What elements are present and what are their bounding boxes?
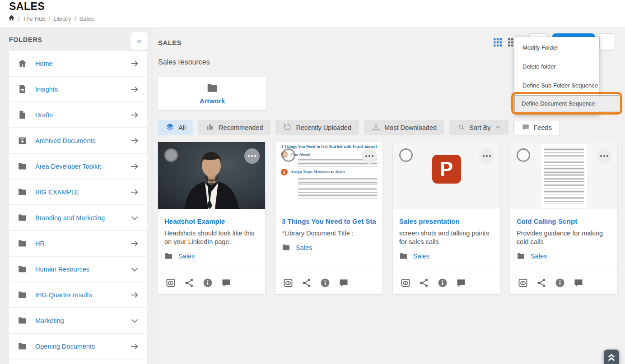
filter-all[interactable]: All	[158, 120, 193, 135]
sidebar-item-human-resources[interactable]: Human Resources	[9, 257, 147, 281]
share-icon[interactable]	[184, 277, 195, 288]
folder-options-button[interactable]	[599, 33, 615, 51]
sidebar-item-big-example[interactable]: BIG EXAMPLE	[9, 180, 147, 204]
document-folder-link[interactable]: Sales	[282, 243, 376, 252]
comment-icon[interactable]	[338, 277, 349, 288]
sidebar-item-hr[interactable]: HR	[9, 231, 147, 256]
sidebar-item-branding-and-marketing[interactable]: Branding and Marketing	[9, 205, 147, 230]
sidebar-collapse-button[interactable]: «	[130, 32, 148, 51]
folder-link-label: Sales	[296, 244, 312, 251]
arrow-right-icon	[130, 59, 140, 69]
comment-icon[interactable]	[456, 277, 466, 288]
sidebar-item-label: Area Developer Toolkit	[35, 163, 130, 170]
double-chevron-up-icon	[606, 351, 616, 363]
sort-arrows-icon	[457, 123, 465, 133]
download-icon	[372, 123, 380, 133]
info-icon[interactable]	[202, 277, 213, 288]
sidebar-item-label: HR	[35, 240, 130, 247]
document-card-3-things: 3 Things You Need to Get Started with Fr…	[275, 142, 382, 294]
sidebar-item-label: Insights	[35, 86, 130, 93]
filter-recommended[interactable]: Recommended	[198, 120, 271, 135]
grid-view-icon[interactable]	[494, 38, 502, 46]
breadcrumb-sales: Sales	[79, 15, 94, 22]
breadcrumb-separator: /	[18, 15, 20, 22]
feed-icon	[522, 123, 530, 133]
comment-icon[interactable]	[221, 277, 232, 288]
subfolder-card-artwork[interactable]: Artwork	[158, 77, 266, 110]
document-folder-link[interactable]: Sales	[399, 252, 494, 260]
powerpoint-icon: P	[432, 155, 461, 184]
share-icon[interactable]	[419, 277, 429, 288]
document-title-link[interactable]: 3 Things You Need to Get Started ...	[282, 217, 376, 225]
folder-icon	[206, 82, 218, 94]
preview-icon[interactable]	[165, 277, 176, 288]
sidebar-item-label: BIG EXAMPLE	[35, 189, 130, 196]
breadcrumb-library[interactable]: Library	[53, 15, 71, 22]
home-icon[interactable]	[8, 14, 15, 23]
scroll-to-top-button[interactable]	[604, 350, 619, 364]
card-ellipsis-menu-button[interactable]	[479, 148, 494, 164]
filter-feeds[interactable]: Feeds	[513, 120, 560, 135]
chevron-down-icon	[130, 316, 140, 326]
menu-item-define-document-sequence-highlighted[interactable]: Define Document Sequence	[514, 95, 619, 111]
card-body: Sales presentation screen shots and talk…	[393, 209, 500, 260]
info-icon[interactable]	[320, 277, 331, 288]
arrow-right-icon	[130, 84, 140, 94]
filter-recently-uploaded[interactable]: Recently Uploaded	[275, 120, 359, 135]
arrow-right-icon	[130, 187, 140, 197]
folder-icon	[18, 161, 27, 171]
card-ellipsis-menu-button[interactable]	[244, 148, 260, 164]
library-sales-page: SALES / The Hub / Library / Sales FOLDER…	[0, 0, 625, 364]
annotation-highlight-box: Define Document Sequence	[511, 92, 622, 115]
preview-icon[interactable]	[400, 277, 411, 288]
comment-icon[interactable]	[573, 277, 584, 288]
chevron-down-icon	[130, 213, 140, 223]
card-ellipsis-menu-button[interactable]	[362, 148, 377, 164]
folder-icon	[18, 341, 27, 351]
folder-icon	[399, 252, 408, 260]
document-description: Headshots should look like this on your …	[164, 229, 259, 246]
sidebar-item-drafts[interactable]: Drafts	[9, 102, 147, 127]
mini-doc-text-lines	[298, 187, 377, 193]
share-icon[interactable]	[301, 277, 312, 288]
preview-icon[interactable]	[283, 277, 294, 288]
sidebar-item-opening-documents[interactable]: Opening Documents	[9, 334, 147, 359]
folder-link-label: Sales	[178, 253, 195, 260]
document-title-link[interactable]: Sales presentation	[399, 217, 494, 225]
select-checkbox-circle[interactable]	[399, 148, 413, 162]
sidebar-item-insights[interactable]: Insights	[9, 77, 147, 101]
numbered-bullet-icon: 2	[281, 169, 288, 175]
preview-icon[interactable]	[518, 277, 528, 288]
sidebar-item-area-developer-toolkit[interactable]: Area Developer Toolkit	[9, 154, 147, 179]
folder-icon	[18, 239, 27, 248]
breadcrumb-the-hub[interactable]: The Hub	[23, 15, 46, 22]
breadcrumb-separator: /	[49, 15, 51, 22]
document-folder-link[interactable]: Sales	[164, 252, 259, 260]
select-checkbox-circle[interactable]	[164, 148, 178, 162]
card-body: 3 Things You Need to Get Started ... *Li…	[275, 209, 382, 252]
card-ellipsis-menu-button[interactable]	[597, 148, 612, 164]
sidebar-item-marketing[interactable]: Marketing	[9, 308, 147, 333]
menu-item-modify-folder[interactable]: Modify Folder	[514, 38, 599, 57]
info-icon[interactable]	[555, 277, 565, 288]
file-text-icon	[18, 84, 27, 94]
sidebar-item-archived-documents[interactable]: Archived Documents	[9, 128, 147, 153]
sidebar-item-ihg-quarter-results[interactable]: IHG Quarter results	[9, 282, 147, 307]
document-folder-link[interactable]: Sales	[517, 252, 611, 260]
document-title-link[interactable]: Headshot Example	[164, 217, 259, 225]
sidebar-item-home[interactable]: Home	[9, 51, 147, 76]
menu-item-delete-folder[interactable]: Delete folder	[514, 57, 599, 76]
mini-doc-heading: Assign Team Members to Roles	[290, 169, 345, 174]
select-checkbox-circle[interactable]	[517, 148, 530, 162]
sidebar-item-label: IHG Quarter results	[35, 291, 130, 299]
document-title-link[interactable]: Cold Calling Script	[517, 217, 611, 225]
card-actions	[393, 271, 500, 294]
share-icon[interactable]	[536, 277, 547, 288]
filter-most-downloaded[interactable]: Most Downloaded	[364, 120, 444, 135]
folder-icon	[18, 264, 27, 274]
info-icon[interactable]	[437, 277, 448, 288]
sidebar-item-label: Opening Documents	[35, 343, 130, 350]
document-card-cold-calling-script: Cold Calling Script Provides guidance fo…	[510, 142, 617, 294]
select-checkbox-circle[interactable]	[282, 148, 295, 162]
filter-sort-by[interactable]: Sort By	[449, 120, 508, 135]
